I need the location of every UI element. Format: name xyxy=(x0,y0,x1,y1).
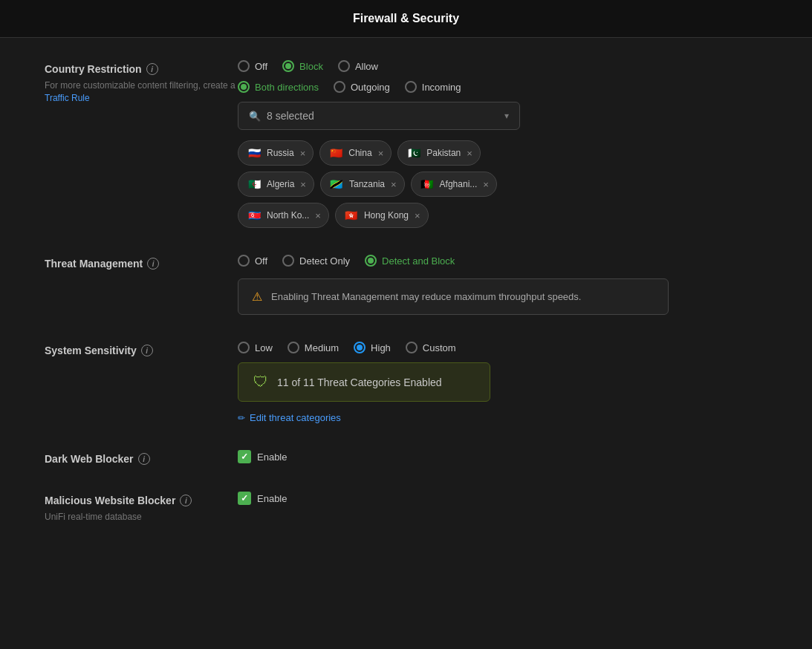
country-restriction-sublabel: For more customizable content filtering,… xyxy=(45,79,238,105)
flag-pakistan: 🇵🇰 xyxy=(406,145,422,161)
malicious-website-blocker-controls: Enable xyxy=(238,492,767,505)
country-restriction-controls: Off Block Allow Both directions xyxy=(238,60,767,228)
dark-web-blocker-row: Dark Web Blocker i Enable xyxy=(45,450,767,465)
threat-mode-row: Off Detect Only Detect and Block xyxy=(238,255,767,267)
page-header: Firewall & Security xyxy=(0,0,812,38)
radio-both[interactable]: Both directions xyxy=(238,81,319,93)
remove-china-button[interactable]: × xyxy=(378,148,384,159)
remove-northkorea-button[interactable]: × xyxy=(315,210,321,221)
edit-icon: ✏ xyxy=(238,413,245,423)
threat-radio-circle-detect-block xyxy=(365,255,377,267)
system-sensitivity-label-col: System Sensitivity i xyxy=(45,342,238,356)
sensitivity-mode-row: Low Medium High Custom xyxy=(238,342,767,353)
threat-warning-box: ⚠ Enabling Threat Management may reduce … xyxy=(238,278,669,315)
sensitivity-radio-circle-low xyxy=(238,342,250,353)
country-tag-afghanistan: 🇦🇫 Afghani... × xyxy=(411,172,497,197)
remove-hongkong-button[interactable]: × xyxy=(415,210,420,221)
malicious-website-blocker-checkbox[interactable] xyxy=(238,492,251,505)
sensitivity-radio-high[interactable]: High xyxy=(354,342,391,353)
country-restriction-info-icon[interactable]: i xyxy=(146,63,158,75)
dark-web-blocker-controls: Enable xyxy=(238,450,767,463)
country-restriction-row: Country Restriction i For more customiza… xyxy=(45,60,767,228)
remove-afghanistan-button[interactable]: × xyxy=(483,179,489,190)
malicious-website-blocker-checkbox-label: Enable xyxy=(257,493,287,504)
country-tag-pakistan: 🇵🇰 Pakistan × xyxy=(397,140,481,166)
radio-label-outgoing: Outgoing xyxy=(351,82,390,93)
threat-radio-circle-off xyxy=(238,255,250,267)
warning-icon: ⚠ xyxy=(252,290,262,304)
country-tag-china: 🇨🇳 China × xyxy=(319,140,392,166)
dark-web-blocker-checkbox-label: Enable xyxy=(257,451,287,463)
country-name-northkorea: North Ko... xyxy=(267,210,309,221)
country-name-afghanistan: Afghani... xyxy=(440,179,478,189)
dark-web-blocker-checkbox[interactable] xyxy=(238,450,251,463)
dark-web-blocker-info-icon[interactable]: i xyxy=(138,453,150,465)
radio-label-off: Off xyxy=(255,61,267,72)
flag-afghanistan: 🇦🇫 xyxy=(419,176,435,192)
system-sensitivity-row: System Sensitivity i Low Medium High xyxy=(45,342,767,423)
main-content: Country Restriction i For more customiza… xyxy=(0,38,812,573)
selector-value: 8 selected xyxy=(267,110,314,122)
threat-radio-label-detect-only: Detect Only xyxy=(299,255,350,267)
country-restriction-label-col: Country Restriction i For more customiza… xyxy=(45,60,238,105)
sensitivity-radio-circle-medium xyxy=(288,342,299,353)
radio-label-both: Both directions xyxy=(255,82,319,93)
country-name-algeria: Algeria xyxy=(267,179,294,189)
flag-tanzania: 🇹🇿 xyxy=(328,176,345,192)
country-tag-northkorea: 🇰🇵 North Ko... × xyxy=(238,203,329,228)
threat-management-info-icon[interactable]: i xyxy=(147,258,159,270)
selector-left: 🔍 8 selected xyxy=(249,110,314,122)
threat-radio-label-off: Off xyxy=(255,255,267,267)
radio-outgoing[interactable]: Outgoing xyxy=(334,81,390,93)
dark-web-blocker-checkbox-option[interactable]: Enable xyxy=(238,450,767,463)
sensitivity-radio-medium[interactable]: Medium xyxy=(288,342,339,353)
country-name-hongkong: Hong Kong xyxy=(364,210,409,221)
threat-radio-off[interactable]: Off xyxy=(238,255,267,267)
threat-radio-label-detect-block: Detect and Block xyxy=(382,255,455,267)
country-tag-algeria: 🇩🇿 Algeria × xyxy=(238,172,314,197)
sensitivity-radio-label-high: High xyxy=(371,342,391,353)
radio-circle-both xyxy=(238,81,250,93)
page-title: Firewall & Security xyxy=(353,12,459,25)
country-restriction-label: Country Restriction i xyxy=(45,63,238,75)
threat-management-controls: Off Detect Only Detect and Block ⚠ Enabl… xyxy=(238,255,767,315)
threat-management-label-col: Threat Management i xyxy=(45,255,238,270)
edit-threat-categories-label: Edit threat categories xyxy=(250,412,341,423)
edit-threat-categories-link[interactable]: ✏ Edit threat categories xyxy=(238,412,767,423)
threat-radio-detect-only[interactable]: Detect Only xyxy=(282,255,350,267)
remove-pakistan-button[interactable]: × xyxy=(467,148,472,159)
radio-circle-incoming xyxy=(405,81,417,93)
threat-radio-circle-detect-only xyxy=(282,255,294,267)
dark-web-blocker-label-col: Dark Web Blocker i xyxy=(45,450,238,465)
radio-circle-outgoing xyxy=(334,81,345,93)
radio-incoming[interactable]: Incoming xyxy=(405,81,461,93)
remove-russia-button[interactable]: × xyxy=(300,148,306,159)
radio-block[interactable]: Block xyxy=(282,60,323,72)
threat-radio-detect-block[interactable]: Detect and Block xyxy=(365,255,455,267)
country-name-russia: Russia xyxy=(267,148,294,158)
threat-management-row: Threat Management i Off Detect Only Dete… xyxy=(45,255,767,315)
radio-allow[interactable]: Allow xyxy=(338,60,378,72)
malicious-website-blocker-label-col: Malicious Website Blocker i UniFi real-t… xyxy=(45,492,238,524)
radio-off[interactable]: Off xyxy=(238,60,267,72)
malicious-website-blocker-checkbox-option[interactable]: Enable xyxy=(238,492,767,505)
system-sensitivity-info-icon[interactable]: i xyxy=(141,345,153,356)
threat-warning-text: Enabling Threat Management may reduce ma… xyxy=(271,291,581,302)
system-sensitivity-label: System Sensitivity i xyxy=(45,345,238,356)
remove-tanzania-button[interactable]: × xyxy=(391,179,397,190)
remove-algeria-button[interactable]: × xyxy=(300,179,306,190)
flag-russia: 🇷🇺 xyxy=(246,145,262,161)
direction-row: Both directions Outgoing Incoming xyxy=(238,81,767,93)
sensitivity-radio-circle-high xyxy=(354,342,366,353)
radio-circle-allow xyxy=(338,60,350,72)
country-tag-russia: 🇷🇺 Russia × xyxy=(238,140,314,166)
traffic-rule-link[interactable]: Traffic Rule xyxy=(45,93,90,103)
flag-northkorea: 🇰🇵 xyxy=(246,207,262,224)
sensitivity-radio-custom[interactable]: Custom xyxy=(406,342,456,353)
flag-algeria: 🇩🇿 xyxy=(246,176,262,192)
malicious-website-blocker-info-icon[interactable]: i xyxy=(180,495,192,506)
sensitivity-radio-low[interactable]: Low xyxy=(238,342,273,353)
radio-label-block: Block xyxy=(299,61,323,72)
chevron-down-icon: ▾ xyxy=(504,111,509,121)
country-selector[interactable]: 🔍 8 selected ▾ xyxy=(238,102,520,130)
